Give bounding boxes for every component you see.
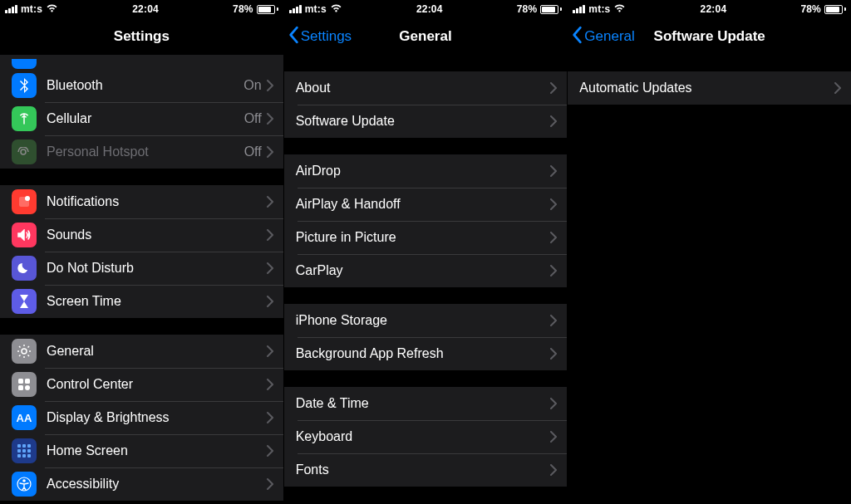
row-cellular[interactable]: Cellular Off <box>0 102 283 135</box>
signal-icon <box>289 5 302 13</box>
signal-icon <box>5 5 17 13</box>
back-button[interactable]: General <box>571 18 634 55</box>
row-label: Cellular <box>47 111 244 126</box>
row-general[interactable]: General <box>0 335 283 368</box>
row-do-not-disturb[interactable]: Do Not Disturb <box>0 252 283 285</box>
row-picture-in-picture[interactable]: Picture in Picture <box>284 221 568 254</box>
row-label: Picture in Picture <box>296 230 551 245</box>
carrier-label: mt:s <box>21 3 42 15</box>
back-button[interactable]: Settings <box>288 18 352 55</box>
chevron-right-icon <box>267 196 273 208</box>
chevron-right-icon <box>550 115 557 127</box>
row-bluetooth[interactable]: Bluetooth On <box>0 69 283 102</box>
row-value: Off <box>244 144 262 159</box>
row-label: Fonts <box>296 462 551 477</box>
row-label: About <box>296 81 551 95</box>
row-partial-wifi[interactable] <box>0 55 283 69</box>
row-label: Personal Hotspot <box>47 144 244 159</box>
row-personal-hotspot[interactable]: Personal Hotspot Off <box>0 135 283 169</box>
back-label: Settings <box>301 28 352 45</box>
nav-bar: General Software Update <box>568 18 851 55</box>
chevron-right-icon <box>267 345 273 357</box>
svg-rect-8 <box>22 444 26 448</box>
row-label: Automatic Updates <box>579 81 834 95</box>
chevron-right-icon <box>267 262 273 274</box>
row-accessibility[interactable]: Accessibility <box>0 467 283 501</box>
row-screen-time[interactable]: Screen Time <box>0 285 283 318</box>
row-label: Do Not Disturb <box>47 261 267 276</box>
svg-rect-7 <box>17 444 21 448</box>
row-label: CarPlay <box>296 263 551 278</box>
bluetooth-icon <box>12 73 37 98</box>
row-carplay[interactable]: CarPlay <box>284 254 568 287</box>
row-label: AirPlay & Handoff <box>296 197 551 212</box>
general-list[interactable]: About Software Update AirDrop AirPlay & … <box>284 55 568 504</box>
row-keyboard[interactable]: Keyboard <box>284 420 568 453</box>
control-center-icon <box>12 372 37 397</box>
display-icon: AA <box>12 405 37 430</box>
clock: 22:04 <box>416 3 443 15</box>
row-label: Display & Brightness <box>47 410 267 425</box>
sounds-icon <box>12 223 37 247</box>
wifi-icon <box>330 3 342 15</box>
chevron-right-icon <box>267 478 273 490</box>
settings-list[interactable]: Bluetooth On Cellular Off Personal Hotsp… <box>0 55 283 504</box>
pane-general: mt:s 22:04 78% Settings General About So… <box>283 0 568 504</box>
battery-percent: 78% <box>233 3 253 15</box>
row-airplay-handoff[interactable]: AirPlay & Handoff <box>284 188 568 221</box>
row-background-app-refresh[interactable]: Background App Refresh <box>284 337 568 370</box>
row-automatic-updates[interactable]: Automatic Updates <box>568 71 851 105</box>
status-bar: mt:s 22:04 78% <box>0 0 283 18</box>
svg-point-17 <box>22 479 26 482</box>
chevron-right-icon <box>550 398 557 409</box>
wifi-icon <box>46 3 58 15</box>
software-update-list[interactable]: Automatic Updates <box>568 55 851 504</box>
svg-rect-3 <box>18 379 23 384</box>
row-value: Off <box>244 111 262 126</box>
chevron-right-icon <box>267 229 273 241</box>
chevron-right-icon <box>267 379 273 390</box>
row-airdrop[interactable]: AirDrop <box>284 154 568 188</box>
pane-software-update: mt:s 22:04 78% General Software Update A… <box>567 0 851 504</box>
screen-time-icon <box>12 289 37 314</box>
chevron-left-icon <box>571 26 583 48</box>
row-iphone-storage[interactable]: iPhone Storage <box>284 304 568 337</box>
svg-rect-11 <box>22 449 26 453</box>
row-label: AirDrop <box>296 164 551 179</box>
notifications-icon <box>12 189 37 214</box>
row-display-brightness[interactable]: AA Display & Brightness <box>0 401 283 434</box>
svg-rect-14 <box>22 454 26 458</box>
row-notifications[interactable]: Notifications <box>0 185 283 218</box>
chevron-right-icon <box>550 232 557 243</box>
battery-icon <box>824 5 846 14</box>
svg-rect-9 <box>27 444 31 448</box>
general-icon <box>12 339 37 364</box>
row-label: Background App Refresh <box>296 346 551 361</box>
row-label: Screen Time <box>47 294 267 309</box>
row-label: Bluetooth <box>47 78 243 93</box>
row-home-screen[interactable]: Home Screen <box>0 434 283 467</box>
signal-icon <box>573 5 585 13</box>
row-software-update[interactable]: Software Update <box>284 105 568 138</box>
chevron-right-icon <box>550 464 557 476</box>
row-sounds[interactable]: Sounds <box>0 218 283 252</box>
home-screen-icon <box>12 438 37 463</box>
svg-rect-13 <box>17 454 21 458</box>
wifi-icon <box>613 3 626 15</box>
row-label: Accessibility <box>47 477 267 492</box>
chevron-left-icon <box>288 26 299 48</box>
row-about[interactable]: About <box>284 71 568 105</box>
row-label: Software Update <box>296 114 551 129</box>
svg-rect-12 <box>27 449 31 453</box>
battery-icon <box>540 5 562 14</box>
row-date-time[interactable]: Date & Time <box>284 387 568 420</box>
chevron-right-icon <box>267 113 273 125</box>
row-label: Keyboard <box>296 429 551 444</box>
cellular-icon <box>12 106 37 131</box>
row-fonts[interactable]: Fonts <box>284 453 568 487</box>
clock: 22:04 <box>132 3 159 15</box>
chevron-right-icon <box>550 265 557 276</box>
battery-icon <box>257 5 278 14</box>
row-control-center[interactable]: Control Center <box>0 368 283 401</box>
chevron-right-icon <box>550 82 557 94</box>
